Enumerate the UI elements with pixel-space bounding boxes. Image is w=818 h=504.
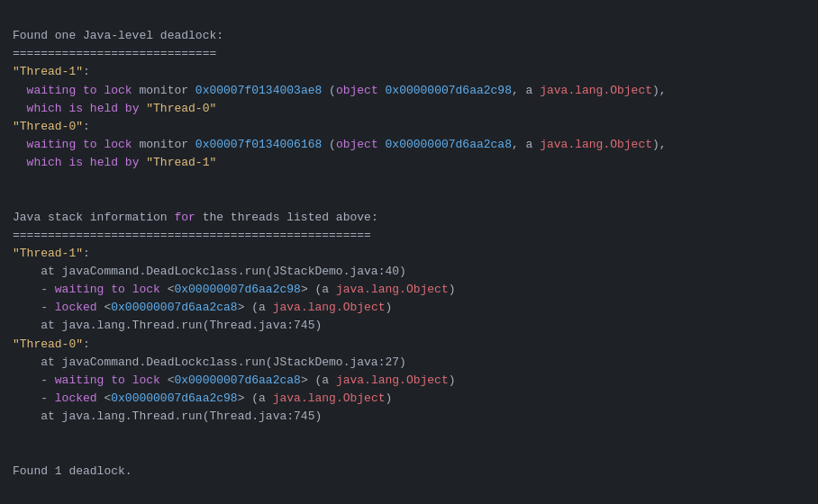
line-thread1-header: "Thread-1" [13, 247, 83, 260]
line-2: ============================= [13, 47, 216, 60]
line-3: "Thread-1" [13, 65, 83, 78]
line-stack-info: Java stack information [13, 211, 174, 224]
line-waiting0: waiting to lock [55, 374, 160, 387]
line-found: Found 1 deadlock. [13, 464, 132, 478]
line-blank [13, 192, 20, 205]
line-7-waiting: waiting to lock [27, 138, 132, 151]
line-locked1: locked [55, 301, 97, 314]
line-thread0-header: "Thread-0" [13, 338, 83, 351]
line-separator2: ========================================… [13, 229, 371, 242]
line-4-waiting: waiting to lock [27, 84, 132, 97]
line-at0b: at java.lang.Thread.run(Thread.java:745) [13, 410, 322, 423]
line-waiting1: waiting to lock [55, 283, 160, 296]
line-5-which: which [27, 102, 62, 115]
line-at1b: at java.lang.Thread.run(Thread.java:745) [13, 319, 322, 332]
line-8-which: which [27, 156, 62, 169]
line-locked0: locked [55, 392, 97, 405]
line-at1: at javaCommand.DeadLockclass.run(JStackD… [13, 265, 406, 278]
line-6-thread0: "Thread-0" [13, 120, 83, 133]
line-blank2 [13, 446, 20, 459]
console-output: Found one Java-level deadlock: =========… [13, 9, 805, 481]
line-1: Found one Java-level deadlock: [13, 29, 223, 42]
line-at0: at javaCommand.DeadLockclass.run(JStackD… [13, 356, 406, 369]
